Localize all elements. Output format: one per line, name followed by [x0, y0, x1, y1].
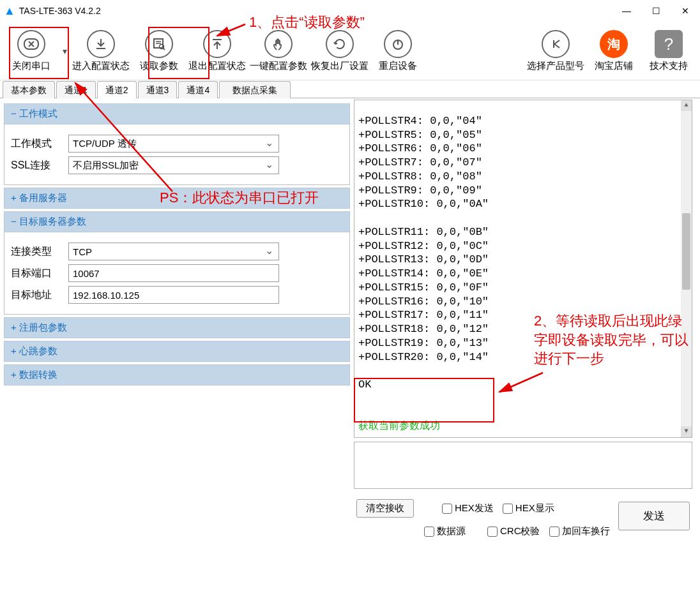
read-icon: [145, 30, 173, 58]
main-area: − 工作模式 工作模式 TCP/UDP 透传 SSL连接 不启用SSL加密 + …: [0, 98, 700, 544]
taobao-button[interactable]: 淘 淘宝店铺: [586, 22, 641, 80]
scroll-down-icon[interactable]: ▼: [681, 426, 692, 437]
log-output[interactable]: +POLLSTR4: 0,0,"04" +POLLSTR5: 0,0,"05" …: [354, 100, 692, 438]
tab-bar: 基本参数 通道1 通道2 通道3 通道4 数据点采集: [0, 80, 700, 98]
clear-recv-button[interactable]: 清空接收: [356, 499, 414, 518]
minimize-button[interactable]: —: [612, 0, 641, 22]
newline-checkbox[interactable]: 加回车换行: [549, 525, 610, 537]
log-text: +POLLSTR4: 0,0,"04" +POLLSTR5: 0,0,"05" …: [358, 115, 489, 391]
reboot-button[interactable]: 重启设备: [370, 22, 425, 80]
tab-channel-2[interactable]: 通道2: [97, 81, 137, 98]
ssl-select[interactable]: 不启用SSL加密: [68, 156, 279, 174]
work-mode-label: 工作模式: [11, 137, 68, 151]
enter-config-button[interactable]: 进入配置状态: [70, 22, 132, 80]
scroll-up-icon[interactable]: ▲: [681, 100, 692, 111]
toolbar-label: 重启设备: [379, 61, 417, 71]
checkbox-label: 数据源: [437, 525, 466, 537]
close-port-button[interactable]: 关闭串口: [4, 22, 59, 80]
send-textarea[interactable]: [354, 442, 692, 489]
conn-type-select[interactable]: TCP: [68, 243, 279, 260]
data-source-checkbox[interactable]: 数据源: [424, 525, 466, 537]
tab-channel-3[interactable]: 通道3: [138, 81, 178, 98]
select-model-button[interactable]: 选择产品型号: [525, 22, 586, 80]
checkbox-label: HEX发送: [455, 502, 494, 514]
conn-type-label: 连接类型: [11, 245, 68, 258]
target-port-label: 目标端口: [11, 267, 68, 280]
section-header-backup-server[interactable]: + 备用服务器: [4, 188, 350, 209]
close-port-icon: [17, 30, 45, 58]
send-button[interactable]: 发送: [618, 502, 690, 530]
section-header-heartbeat[interactable]: + 心跳参数: [4, 341, 350, 362]
tab-data-collect[interactable]: 数据点采集: [219, 81, 291, 98]
tab-basic[interactable]: 基本参数: [3, 81, 55, 98]
power-icon: [384, 30, 412, 58]
one-click-config-button[interactable]: 一键配置参数: [248, 22, 309, 80]
toolbar-label: 一键配置参数: [250, 61, 307, 71]
taobao-icon: 淘: [600, 30, 628, 58]
toolbar-label: 选择产品型号: [527, 61, 584, 71]
close-button[interactable]: ✕: [671, 0, 700, 22]
section-header-target-server[interactable]: − 目标服务器参数: [4, 211, 350, 232]
section-header-reg-packet[interactable]: + 注册包参数: [4, 317, 350, 338]
bottom-controls-row1: 清空接收 HEX发送 HEX显示 发送: [354, 489, 692, 524]
scroll-track[interactable]: [681, 111, 692, 426]
reset-icon: [326, 30, 354, 58]
checkbox-label: 加回车换行: [562, 525, 610, 537]
section-body-work-mode: 工作模式 TCP/UDP 透传 SSL连接 不启用SSL加密: [4, 124, 350, 185]
hex-display-checkbox[interactable]: HEX显示: [503, 502, 554, 514]
crc-checkbox[interactable]: CRC校验: [487, 525, 540, 537]
ssl-label: SSL连接: [11, 159, 68, 172]
toolbar-label: 技术支持: [650, 61, 688, 71]
right-pane: +POLLSTR4: 0,0,"04" +POLLSTR5: 0,0,"05" …: [354, 98, 696, 544]
tab-channel-4[interactable]: 通道4: [178, 81, 218, 98]
section-body-target-server: 连接类型 TCP 目标端口 10067 目标地址 192.168.10.125: [4, 232, 350, 315]
support-button[interactable]: ? 技术支持: [641, 22, 696, 80]
checkbox-label: HEX显示: [515, 502, 554, 514]
window-title: TAS-LTE-363 V4.2.2: [19, 6, 101, 16]
first-icon: [542, 30, 570, 58]
toolbar-label: 进入配置状态: [72, 61, 130, 71]
work-mode-select[interactable]: TCP/UDP 透传: [68, 135, 279, 153]
titlebar: ▲ TAS-LTE-363 V4.2.2 — ☐ ✕: [0, 0, 700, 22]
exit-config-button[interactable]: 退出配置状态: [186, 22, 248, 80]
download-icon: [87, 30, 115, 58]
toolbar-label: 退出配置状态: [188, 61, 246, 71]
factory-reset-button[interactable]: 恢复出厂设置: [309, 22, 370, 80]
toolbar: 关闭串口 ▾ 进入配置状态 读取参数 退出配置状态 一键配置参数 恢复出厂设置: [0, 22, 700, 80]
toolbar-label: 读取参数: [140, 61, 178, 71]
tab-channel-1[interactable]: 通道1: [56, 81, 96, 98]
maximize-button[interactable]: ☐: [641, 0, 671, 22]
toolbar-label: 恢复出厂设置: [311, 61, 369, 71]
checkbox-label: CRC校验: [500, 525, 540, 537]
hex-send-checkbox[interactable]: HEX发送: [442, 502, 494, 514]
target-addr-label: 目标地址: [11, 288, 68, 302]
section-header-convert[interactable]: + 数据转换: [4, 364, 350, 385]
help-icon: ?: [655, 30, 683, 58]
success-message: 获取当前参数成功: [358, 420, 440, 431]
scroll-thumb[interactable]: [682, 213, 690, 290]
left-pane: − 工作模式 工作模式 TCP/UDP 透传 SSL连接 不启用SSL加密 + …: [0, 98, 354, 544]
log-scrollbar[interactable]: ▲ ▼: [681, 100, 692, 437]
hand-icon: [264, 30, 293, 58]
target-addr-input[interactable]: 192.168.10.125: [68, 286, 279, 304]
upload-icon: [203, 30, 231, 58]
toolbar-label: 淘宝店铺: [595, 61, 633, 71]
app-icon: ▲: [4, 4, 15, 18]
port-dropdown-caret[interactable]: ▾: [59, 46, 70, 56]
section-header-work-mode[interactable]: − 工作模式: [4, 103, 350, 124]
toolbar-label: 关闭串口: [12, 61, 50, 71]
target-port-input[interactable]: 10067: [68, 264, 279, 282]
read-params-button[interactable]: 读取参数: [132, 22, 186, 80]
